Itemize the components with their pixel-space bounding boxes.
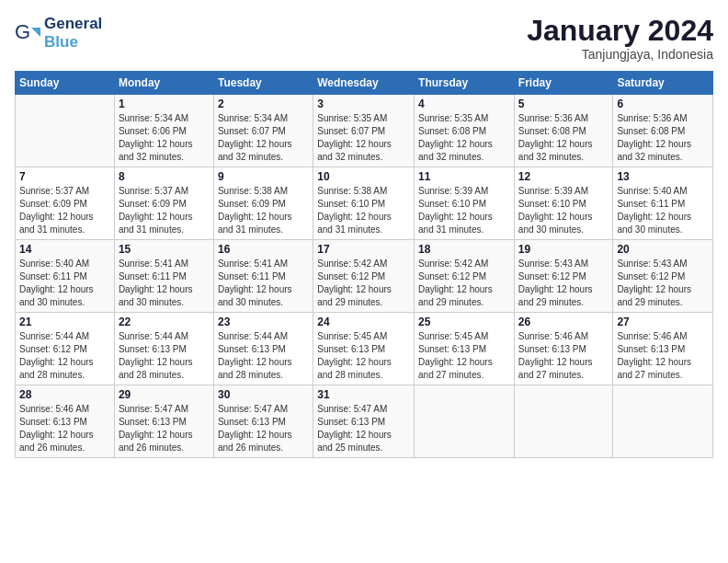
day-info: Sunrise: 5:41 AM Sunset: 6:11 PM Dayligh… — [119, 258, 210, 309]
day-info: Sunrise: 5:42 AM Sunset: 6:12 PM Dayligh… — [317, 258, 410, 309]
day-cell — [16, 95, 115, 167]
header-sunday: Sunday — [16, 72, 115, 95]
day-number: 24 — [317, 316, 410, 328]
header-row: G General Blue January 2024 Tanjungjaya,… — [15, 15, 713, 62]
day-cell: 24Sunrise: 5:45 AM Sunset: 6:13 PM Dayli… — [313, 313, 415, 385]
day-cell: 23Sunrise: 5:44 AM Sunset: 6:13 PM Dayli… — [213, 313, 313, 385]
svg-marker-1 — [31, 28, 40, 37]
day-cell: 15Sunrise: 5:41 AM Sunset: 6:11 PM Dayli… — [114, 240, 213, 313]
day-number: 11 — [418, 170, 510, 183]
day-number: 18 — [418, 243, 510, 256]
day-number: 22 — [119, 316, 210, 328]
day-info: Sunrise: 5:46 AM Sunset: 6:13 PM Dayligh… — [518, 330, 609, 382]
day-cell: 21Sunrise: 5:44 AM Sunset: 6:12 PM Dayli… — [16, 313, 115, 385]
day-number: 4 — [418, 98, 510, 110]
day-cell — [613, 385, 713, 458]
day-number: 6 — [617, 98, 709, 110]
day-cell — [415, 385, 515, 458]
title-block: January 2024 Tanjungjaya, Indonesia — [527, 15, 713, 62]
day-cell: 13Sunrise: 5:40 AM Sunset: 6:11 PM Dayli… — [613, 167, 713, 240]
day-info: Sunrise: 5:38 AM Sunset: 6:10 PM Dayligh… — [317, 185, 410, 236]
day-number: 27 — [617, 316, 709, 328]
svg-text:G: G — [15, 20, 30, 43]
day-number: 1 — [119, 98, 210, 110]
day-number: 9 — [218, 170, 309, 183]
day-cell: 11Sunrise: 5:39 AM Sunset: 6:10 PM Dayli… — [415, 167, 515, 240]
day-number: 10 — [317, 170, 410, 183]
day-number: 2 — [218, 98, 309, 110]
calendar-header-row: SundayMondayTuesdayWednesdayThursdayFrid… — [16, 72, 713, 95]
day-number: 29 — [119, 388, 210, 401]
day-cell: 20Sunrise: 5:43 AM Sunset: 6:12 PM Dayli… — [613, 240, 713, 313]
day-info: Sunrise: 5:43 AM Sunset: 6:12 PM Dayligh… — [518, 258, 609, 309]
day-number: 16 — [218, 243, 309, 256]
main-container: G General Blue January 2024 Tanjungjaya,… — [0, 0, 728, 467]
calendar-title: January 2024 — [527, 15, 713, 47]
day-number: 3 — [317, 98, 410, 110]
day-cell: 16Sunrise: 5:41 AM Sunset: 6:11 PM Dayli… — [213, 240, 313, 313]
header-saturday: Saturday — [613, 72, 713, 95]
week-row-1: 1Sunrise: 5:34 AM Sunset: 6:06 PM Daylig… — [16, 95, 713, 167]
day-cell: 3Sunrise: 5:35 AM Sunset: 6:07 PM Daylig… — [313, 95, 415, 167]
day-cell: 26Sunrise: 5:46 AM Sunset: 6:13 PM Dayli… — [514, 313, 613, 385]
day-cell: 7Sunrise: 5:37 AM Sunset: 6:09 PM Daylig… — [16, 167, 115, 240]
day-number: 20 — [617, 243, 709, 256]
day-cell: 10Sunrise: 5:38 AM Sunset: 6:10 PM Dayli… — [313, 167, 415, 240]
logo: G General Blue — [15, 15, 102, 52]
day-cell — [514, 385, 613, 458]
day-info: Sunrise: 5:36 AM Sunset: 6:08 PM Dayligh… — [518, 112, 609, 164]
day-info: Sunrise: 5:40 AM Sunset: 6:11 PM Dayligh… — [617, 185, 709, 236]
calendar-subtitle: Tanjungjaya, Indonesia — [527, 47, 713, 62]
logo-general: General — [44, 15, 102, 32]
day-info: Sunrise: 5:47 AM Sunset: 6:13 PM Dayligh… — [218, 403, 309, 454]
day-cell: 28Sunrise: 5:46 AM Sunset: 6:13 PM Dayli… — [16, 385, 115, 458]
day-cell: 29Sunrise: 5:47 AM Sunset: 6:13 PM Dayli… — [114, 385, 213, 458]
day-cell: 18Sunrise: 5:42 AM Sunset: 6:12 PM Dayli… — [415, 240, 515, 313]
day-number: 15 — [119, 243, 210, 256]
week-row-3: 14Sunrise: 5:40 AM Sunset: 6:11 PM Dayli… — [16, 240, 713, 313]
week-row-4: 21Sunrise: 5:44 AM Sunset: 6:12 PM Dayli… — [16, 313, 713, 385]
logo-text: General Blue — [44, 15, 102, 52]
day-number: 7 — [19, 170, 110, 183]
day-info: Sunrise: 5:37 AM Sunset: 6:09 PM Dayligh… — [119, 185, 210, 236]
day-number: 5 — [518, 98, 609, 110]
day-cell: 8Sunrise: 5:37 AM Sunset: 6:09 PM Daylig… — [114, 167, 213, 240]
day-info: Sunrise: 5:35 AM Sunset: 6:07 PM Dayligh… — [317, 112, 410, 164]
day-info: Sunrise: 5:41 AM Sunset: 6:11 PM Dayligh… — [218, 258, 309, 309]
day-info: Sunrise: 5:39 AM Sunset: 6:10 PM Dayligh… — [418, 185, 510, 236]
day-info: Sunrise: 5:36 AM Sunset: 6:08 PM Dayligh… — [617, 112, 709, 164]
day-number: 21 — [19, 316, 110, 328]
day-cell: 25Sunrise: 5:45 AM Sunset: 6:13 PM Dayli… — [415, 313, 515, 385]
day-cell: 4Sunrise: 5:35 AM Sunset: 6:08 PM Daylig… — [415, 95, 515, 167]
day-info: Sunrise: 5:34 AM Sunset: 6:07 PM Dayligh… — [218, 112, 309, 164]
day-info: Sunrise: 5:35 AM Sunset: 6:08 PM Dayligh… — [418, 112, 510, 164]
day-cell: 19Sunrise: 5:43 AM Sunset: 6:12 PM Dayli… — [514, 240, 613, 313]
day-info: Sunrise: 5:44 AM Sunset: 6:13 PM Dayligh… — [119, 330, 210, 382]
day-number: 25 — [418, 316, 510, 328]
day-info: Sunrise: 5:37 AM Sunset: 6:09 PM Dayligh… — [19, 185, 110, 236]
day-number: 19 — [518, 243, 609, 256]
day-info: Sunrise: 5:47 AM Sunset: 6:13 PM Dayligh… — [119, 403, 210, 454]
day-cell: 9Sunrise: 5:38 AM Sunset: 6:09 PM Daylig… — [213, 167, 313, 240]
day-cell: 22Sunrise: 5:44 AM Sunset: 6:13 PM Dayli… — [114, 313, 213, 385]
day-cell: 6Sunrise: 5:36 AM Sunset: 6:08 PM Daylig… — [613, 95, 713, 167]
day-number: 13 — [617, 170, 709, 183]
day-cell: 31Sunrise: 5:47 AM Sunset: 6:13 PM Dayli… — [313, 385, 415, 458]
day-number: 28 — [19, 388, 110, 401]
day-info: Sunrise: 5:42 AM Sunset: 6:12 PM Dayligh… — [418, 258, 510, 309]
week-row-5: 28Sunrise: 5:46 AM Sunset: 6:13 PM Dayli… — [16, 385, 713, 458]
day-cell: 17Sunrise: 5:42 AM Sunset: 6:12 PM Dayli… — [313, 240, 415, 313]
day-number: 23 — [218, 316, 309, 328]
day-number: 8 — [119, 170, 210, 183]
day-info: Sunrise: 5:44 AM Sunset: 6:12 PM Dayligh… — [19, 330, 110, 382]
day-info: Sunrise: 5:44 AM Sunset: 6:13 PM Dayligh… — [218, 330, 309, 382]
day-cell: 1Sunrise: 5:34 AM Sunset: 6:06 PM Daylig… — [114, 95, 213, 167]
day-number: 31 — [317, 388, 410, 401]
day-info: Sunrise: 5:34 AM Sunset: 6:06 PM Dayligh… — [119, 112, 210, 164]
header-thursday: Thursday — [415, 72, 515, 95]
logo-blue: Blue — [44, 33, 78, 51]
day-number: 30 — [218, 388, 309, 401]
header-tuesday: Tuesday — [213, 72, 313, 95]
day-info: Sunrise: 5:38 AM Sunset: 6:09 PM Dayligh… — [218, 185, 309, 236]
header-wednesday: Wednesday — [313, 72, 415, 95]
